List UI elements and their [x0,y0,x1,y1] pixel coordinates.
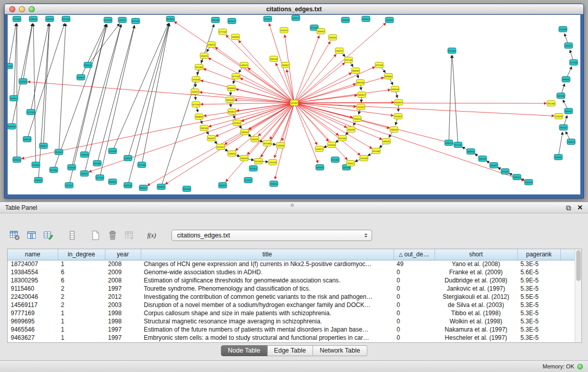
graph-node[interactable]: 9463627 [139,185,147,191]
cell-name[interactable]: 19384554 [8,268,58,276]
cell-name[interactable]: 9777169 [8,309,58,317]
graph-node[interactable]: 18300295 [385,17,394,23]
graph-node[interactable]: 19384554 [353,116,361,122]
cell-name[interactable]: 9465546 [8,325,58,334]
graph-node[interactable]: 22420046 [328,142,336,148]
graph-node[interactable]: 9115460 [50,167,58,173]
cell-pagerank[interactable]: 5.3E-5 [517,334,560,342]
graph-node[interactable]: 9699695 [562,77,570,82]
column-header-year[interactable]: year [105,249,141,260]
table-row[interactable]: 2242004622012Investigating the contribut… [8,293,575,301]
graph-edge[interactable] [100,26,135,178]
graph-node[interactable]: 22420046 [104,17,112,23]
graph-edge[interactable] [72,25,107,167]
cell-pagerank[interactable]: 5.9E-5 [517,276,560,285]
graph-edge[interactable] [294,23,386,103]
column-header-filler[interactable] [560,249,575,260]
graph-node[interactable]: 19384554 [270,181,278,187]
graph-node[interactable]: 9699695 [384,74,393,79]
graph-edge[interactable] [142,24,169,165]
column-header-in_degree[interactable]: in_degree [58,249,105,260]
graph-node[interactable]: 9115460 [338,136,346,141]
graph-node[interactable]: 9699695 [231,34,239,40]
cell-name[interactable]: 18300295 [8,276,58,285]
cell-name[interactable]: 14569117 [8,301,58,309]
graph-node[interactable]: 18300295 [200,53,208,59]
graph-edge[interactable] [294,103,318,163]
graph-node[interactable]: 22420046 [555,114,563,119]
cell-year[interactable]: 2008 [105,260,141,268]
graph-node[interactable]: 9777169 [570,60,578,65]
cell-short[interactable]: Yano et al. (2008) [434,260,517,268]
cell-out_degree[interactable]: 0 [394,334,434,342]
cell-short[interactable]: Jankovic et al. (1997) [434,285,517,293]
cell-pagerank[interactable]: 5.6E-5 [517,268,560,276]
graph-node[interactable]: 9699695 [195,114,203,120]
graph-node[interactable]: 18300295 [525,180,533,185]
graph-node[interactable]: 9463627 [358,92,366,98]
graph-node[interactable]: 9115460 [93,161,101,166]
graph-node[interactable]: 19384554 [362,16,370,22]
graph-node[interactable]: 18724007 [559,125,568,130]
graph-node[interactable]: 18300295 [80,152,89,158]
cell-title[interactable]: Embryonic stem cells: a model to study s… [141,334,394,342]
graph-node[interactable]: 9465546 [356,80,364,85]
table-row[interactable]: 911546021997Tourette syndrome. Phenomeno… [8,285,575,293]
graph-node[interactable]: 14569117 [315,146,323,152]
graph-edge[interactable] [81,24,106,77]
cell-title[interactable]: Structural magnetic resonance image aver… [141,317,394,325]
graph-node[interactable]: 9465546 [23,137,31,142]
graph-node[interactable]: 9777169 [138,162,146,168]
graph-node[interactable]: 9777169 [232,74,240,79]
network-window-titlebar[interactable]: citations_edges.txt [5,4,583,14]
cell-in_degree[interactable]: 1 [58,309,105,317]
cell-title[interactable]: Tourette syndrome. Phenomenology and cla… [141,285,394,293]
graph-edge[interactable] [558,132,562,157]
graph-node[interactable]: 9463627 [228,18,236,24]
graph-node[interactable]: 22420046 [192,77,200,82]
graph-node[interactable]: 9115460 [254,159,263,164]
graph-node[interactable]: 18724007 [280,28,288,33]
table-row[interactable]: 946362711997Embryonic stem cells: a mode… [8,334,575,342]
graph-edge[interactable] [449,55,452,143]
graph-node[interactable]: 9465546 [270,56,278,62]
graph-edge[interactable] [294,103,547,103]
minimize-button[interactable] [19,6,25,12]
graph-node[interactable]: 18300295 [554,155,562,160]
graph-node[interactable]: 22420046 [19,79,27,84]
graph-node[interactable]: 22420046 [559,27,567,32]
cell-out_degree[interactable]: 0 [394,276,434,285]
graph-node[interactable]: 9465546 [84,62,92,68]
graph-edge[interactable] [88,24,120,65]
graph-node[interactable]: 9115460 [195,64,203,70]
graph-node[interactable]: 14569117 [564,43,573,49]
graph-edge[interactable] [84,25,121,155]
cell-short[interactable]: Wolkin et al. (1998) [434,317,517,325]
cell-pagerank[interactable]: 5.3E-5 [517,301,560,309]
table-row[interactable]: 977716911998Corpus callosum shape and si… [8,309,575,317]
graph-node[interactable]: 18724007 [264,16,272,22]
cell-pagerank[interactable]: 5.3E-5 [517,260,560,268]
graph-node[interactable]: 9115460 [8,63,13,69]
column-header-out_degree[interactable]: △out_de… [394,249,434,260]
graph-edge[interactable] [113,23,168,151]
cell-title[interactable]: Estimation of significance thresholds fo… [141,276,394,285]
cell-name[interactable]: 9115460 [8,285,58,293]
cell-in_degree[interactable]: 1 [58,260,105,268]
cell-name[interactable]: 18724007 [8,260,58,268]
graph-node[interactable]: 19384554 [207,42,215,48]
graph-edge[interactable] [28,82,294,103]
graph-node[interactable]: 18300295 [329,35,337,40]
graph-node[interactable]: 18724007 [13,16,21,22]
graph-edge[interactable] [294,103,389,128]
graph-edge[interactable] [275,103,294,179]
delete-table-button[interactable] [106,229,119,242]
graph-node[interactable]: 14569117 [10,96,18,101]
graph-node[interactable]: 9699695 [166,16,175,22]
graph-node[interactable]: 9777169 [27,110,35,115]
float-panel-icon[interactable]: ⧉ [566,204,571,211]
graph-node[interactable]: 18300295 [46,16,54,22]
graph-edge[interactable] [161,25,214,187]
cell-title[interactable]: Investigating the contribution of common… [141,293,394,301]
cell-year[interactable]: 2008 [105,276,141,285]
